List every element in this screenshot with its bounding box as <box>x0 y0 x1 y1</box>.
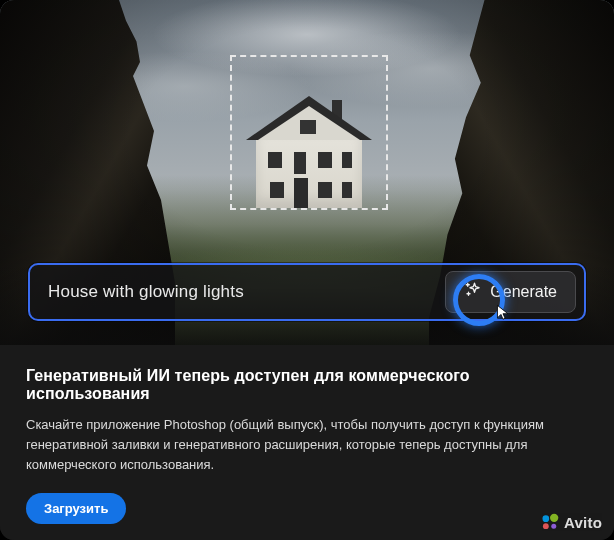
watermark: Avito <box>540 512 602 532</box>
generative-prompt-bar: Generate <box>28 263 586 321</box>
info-body: Скачайте приложение Photoshop (общий вып… <box>26 415 586 475</box>
sparkle-icon <box>464 281 482 303</box>
svg-point-0 <box>543 515 550 522</box>
download-button[interactable]: Загрузить <box>26 493 126 524</box>
info-panel: Генеративный ИИ теперь доступен для комм… <box>0 345 614 540</box>
generate-button-label: Generate <box>490 283 557 301</box>
info-headline: Генеративный ИИ теперь доступен для комм… <box>26 367 588 403</box>
generate-button[interactable]: Generate <box>445 271 576 313</box>
prompt-input[interactable] <box>48 282 433 302</box>
watermark-text: Avito <box>564 514 602 531</box>
promo-card: Generate Генеративный ИИ теперь доступен… <box>0 0 614 540</box>
hero-image: Generate <box>0 0 614 345</box>
svg-point-3 <box>551 524 556 529</box>
svg-point-2 <box>543 523 549 529</box>
svg-point-1 <box>550 514 558 522</box>
avito-logo-icon <box>540 512 560 532</box>
